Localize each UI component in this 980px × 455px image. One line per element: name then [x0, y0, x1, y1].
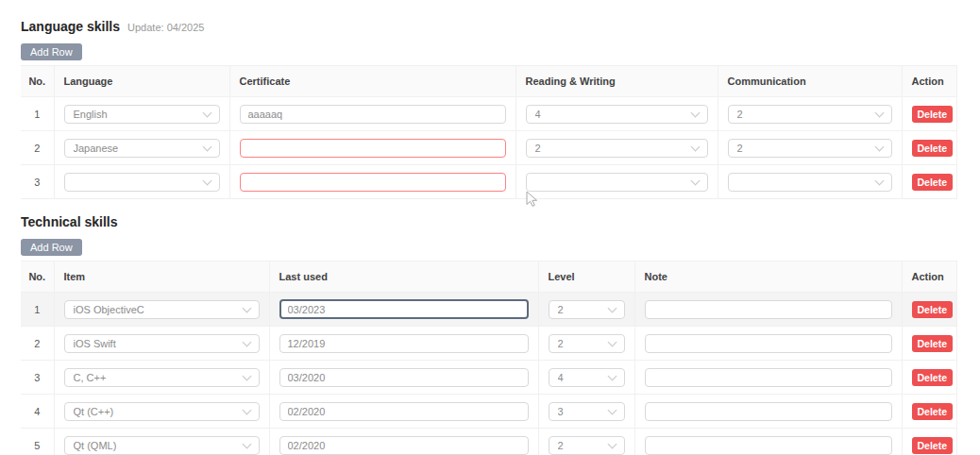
communication-select[interactable]: 2: [728, 105, 892, 124]
chevron-down-icon: [607, 303, 617, 312]
delete-button[interactable]: Delete: [912, 106, 954, 123]
last-used-cell: [269, 293, 538, 327]
last-used-cell: [269, 429, 538, 455]
last-used-input[interactable]: [279, 436, 529, 455]
delete-button[interactable]: Delete: [912, 403, 954, 420]
item-select-value: C, C++: [74, 372, 107, 383]
communication-select[interactable]: [728, 173, 892, 192]
action-cell: Delete: [902, 429, 956, 455]
delete-button[interactable]: Delete: [912, 140, 954, 157]
column-header-note: Note: [634, 261, 902, 293]
update-label: Update: 04/2025: [127, 22, 204, 33]
language-select-value: Japanese: [74, 143, 119, 154]
language-cell: [54, 165, 229, 199]
last-used-cell: [269, 327, 538, 361]
last-used-input[interactable]: [279, 402, 529, 421]
chevron-down-icon: [242, 371, 251, 380]
certificate-input[interactable]: [240, 105, 506, 124]
item-cell: C, C++: [54, 361, 269, 395]
level-select[interactable]: 2: [549, 334, 625, 353]
technical-table-row: 4Qt (C++)3Delete: [21, 395, 956, 429]
note-input[interactable]: [645, 368, 892, 387]
language-select[interactable]: English: [64, 105, 220, 124]
communication-select-value: 2: [737, 143, 743, 154]
item-select[interactable]: Qt (QML): [64, 436, 260, 455]
delete-button[interactable]: Delete: [912, 335, 954, 352]
item-select[interactable]: C, C++: [64, 368, 260, 387]
item-cell: iOS Swift: [54, 327, 269, 361]
communication-cell: [718, 165, 902, 199]
level-select-value: 3: [558, 406, 564, 417]
reading-writing-select[interactable]: [526, 173, 708, 192]
language-table-row: 1English42Delete: [21, 97, 956, 131]
language-table-row: 3Delete: [21, 165, 956, 199]
note-cell: [634, 327, 902, 361]
row-number-cell: 3: [21, 361, 54, 395]
level-select[interactable]: 3: [549, 402, 625, 421]
chevron-down-icon: [690, 108, 700, 117]
language-select[interactable]: [64, 173, 220, 192]
add-row-button-technical[interactable]: Add Row: [21, 239, 82, 256]
technical-table-row: 2iOS Swift2Delete: [21, 327, 956, 361]
last-used-input[interactable]: [279, 334, 529, 353]
reading-writing-cell: 2: [515, 131, 718, 165]
column-header-no: No.: [21, 261, 54, 293]
column-header-last-used: Last used: [269, 261, 538, 293]
chevron-down-icon: [242, 303, 251, 312]
item-select[interactable]: Qt (C++): [64, 402, 260, 421]
row-number-cell: 5: [21, 429, 54, 455]
note-cell: [634, 395, 902, 429]
row-number-cell: 3: [21, 165, 54, 199]
chevron-down-icon: [607, 337, 617, 346]
reading-writing-cell: [515, 165, 718, 199]
column-header-action: Action: [902, 261, 956, 293]
technical-table-row: 5Qt (QML)2Delete: [21, 429, 956, 455]
delete-button[interactable]: Delete: [912, 369, 954, 386]
language-table-header-row: No. Language Certificate Reading & Writi…: [21, 66, 956, 97]
level-cell: 3: [538, 395, 634, 429]
last-used-input[interactable]: [279, 368, 529, 387]
row-number-cell: 1: [21, 97, 54, 131]
chevron-down-icon: [202, 142, 211, 151]
language-skills-table: No. Language Certificate Reading & Writi…: [21, 65, 957, 199]
delete-button[interactable]: Delete: [912, 301, 954, 318]
item-cell: Qt (C++): [54, 395, 269, 429]
certificate-input[interactable]: [240, 139, 506, 158]
level-select[interactable]: 4: [549, 368, 625, 387]
level-select-value: 2: [558, 304, 564, 315]
chevron-down-icon: [242, 439, 251, 448]
item-select-value: iOS Swift: [74, 338, 116, 349]
skills-page: Language skills Update: 04/2025 Add Row …: [0, 0, 980, 455]
level-select[interactable]: 2: [549, 300, 625, 319]
add-row-button-language[interactable]: Add Row: [21, 43, 82, 60]
delete-button[interactable]: Delete: [912, 174, 954, 191]
certificate-cell: [229, 97, 515, 131]
note-input[interactable]: [645, 402, 892, 421]
communication-select[interactable]: 2: [728, 139, 892, 158]
reading-writing-select[interactable]: 4: [526, 105, 708, 124]
column-header-reading-writing: Reading & Writing: [515, 66, 718, 97]
reading-writing-select-value: 4: [535, 109, 541, 120]
chevron-down-icon: [202, 108, 211, 117]
certificate-cell: [229, 165, 515, 199]
column-header-language: Language: [54, 66, 229, 97]
column-header-communication: Communication: [718, 66, 902, 97]
chevron-down-icon: [607, 371, 617, 380]
language-select-value: English: [74, 109, 108, 120]
item-cell: iOS ObjectiveC: [54, 293, 269, 327]
item-select-value: Qt (C++): [74, 406, 114, 417]
item-select[interactable]: iOS ObjectiveC: [64, 300, 260, 319]
reading-writing-select[interactable]: 2: [526, 139, 708, 158]
note-input[interactable]: [645, 436, 892, 455]
note-input[interactable]: [645, 334, 892, 353]
last-used-input[interactable]: [279, 299, 529, 319]
note-input[interactable]: [645, 300, 892, 319]
item-select[interactable]: iOS Swift: [64, 334, 260, 353]
communication-cell: 2: [718, 97, 902, 131]
last-used-cell: [269, 361, 538, 395]
delete-button[interactable]: Delete: [912, 437, 954, 454]
language-select[interactable]: Japanese: [64, 139, 220, 158]
column-header-no: No.: [21, 66, 54, 97]
certificate-input[interactable]: [240, 173, 506, 192]
level-select[interactable]: 2: [549, 436, 625, 455]
